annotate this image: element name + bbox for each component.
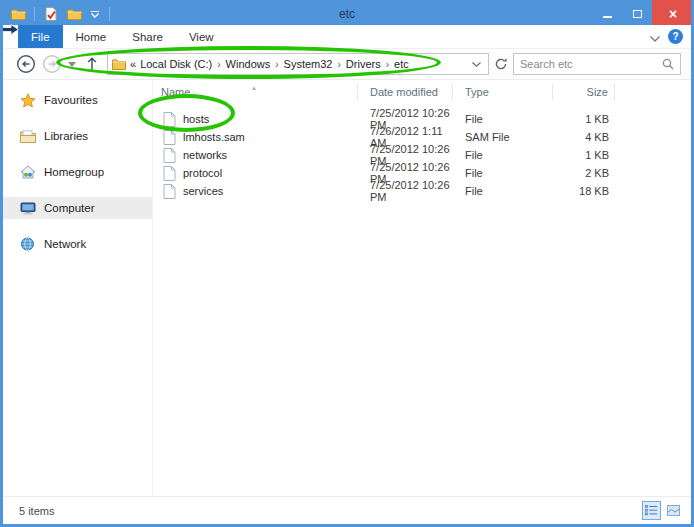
navigation-toolbar: « Local Disk (C:) › Windows › System32 ›… (3, 49, 691, 80)
minimize-icon (603, 16, 612, 18)
large-icons-view-icon (667, 505, 680, 516)
address-folder-icon (112, 58, 126, 70)
sidebar-item-label: Homegroup (44, 166, 104, 178)
file-size: 4 KB (553, 131, 615, 143)
column-header-name[interactable]: Name ▲ (153, 84, 358, 100)
sort-ascending-icon: ▲ (251, 80, 257, 96)
libraries-icon (19, 130, 36, 143)
window-controls: × (592, 0, 694, 28)
mouse-cursor-icon (1, 22, 20, 40)
explorer-icon[interactable] (9, 4, 27, 24)
breadcrumb-segment-system32[interactable]: System32 (284, 58, 333, 70)
sidebar-item-libraries[interactable]: Libraries (3, 125, 152, 147)
forward-button[interactable] (42, 54, 62, 74)
file-type: File (453, 167, 553, 179)
qat-separator (34, 7, 35, 21)
tab-home[interactable]: Home (63, 25, 120, 48)
file-name: protocol (183, 167, 222, 179)
sidebar-item-favourites[interactable]: Favourites (3, 89, 152, 111)
expand-ribbon-chevron-icon[interactable] (650, 28, 660, 46)
sidebar-item-network[interactable]: Network (3, 233, 152, 255)
back-button[interactable] (16, 54, 36, 74)
breadcrumb-collapse[interactable]: « (130, 58, 136, 70)
address-bar[interactable]: « Local Disk (C:) › Windows › System32 ›… (107, 53, 489, 75)
column-header-type[interactable]: Type (453, 84, 553, 100)
file-list-pane: Name ▲ Date modified Type Size hosts 7/2… (153, 81, 691, 496)
file-size: 1 KB (553, 113, 615, 125)
breadcrumb-segment-etc[interactable]: etc (394, 58, 409, 70)
tab-share[interactable]: Share (119, 25, 176, 48)
homegroup-icon (19, 165, 36, 179)
file-type: File (453, 149, 553, 161)
sidebar-item-homegroup[interactable]: Homegroup (3, 161, 152, 183)
file-icon (163, 112, 176, 127)
search-box (513, 53, 681, 75)
file-row-hosts[interactable]: hosts 7/25/2012 10:26 PM File 1 KB (153, 107, 691, 125)
sidebar-item-label: Network (44, 238, 86, 250)
file-row-protocol[interactable]: protocol 7/25/2012 10:26 PM File 2 KB (153, 161, 691, 179)
computer-icon (19, 202, 36, 215)
address-dropdown-chevron-icon[interactable] (466, 54, 486, 74)
file-date: 7/25/2012 10:26 PM (358, 179, 453, 203)
breadcrumb-segment-local-disk[interactable]: Local Disk (C:) (140, 58, 212, 70)
file-row-lmhosts[interactable]: lmhosts.sam 7/26/2012 1:11 AM SAM File 4… (153, 125, 691, 143)
tab-file[interactable]: File (18, 25, 63, 48)
file-icon (163, 184, 176, 199)
breadcrumb-segment-drivers[interactable]: Drivers (346, 58, 381, 70)
file-icon (163, 166, 176, 181)
tab-view[interactable]: View (176, 25, 227, 48)
sidebar-item-label: Computer (44, 202, 95, 214)
title-bar: etc × (0, 0, 694, 28)
file-icon (163, 130, 176, 145)
file-type: SAM File (453, 131, 553, 143)
sidebar-item-label: Favourites (44, 94, 98, 106)
file-name: services (183, 185, 223, 197)
minimize-button[interactable] (592, 0, 622, 28)
explorer-window: etc × File Home Share View ? (0, 0, 694, 527)
maximize-icon (633, 10, 642, 18)
close-button[interactable]: × (652, 0, 694, 28)
sidebar-item-computer[interactable]: Computer (3, 197, 152, 219)
ribbon-tabstrip: File Home Share View ? (3, 25, 691, 49)
new-folder-icon[interactable] (65, 4, 83, 24)
file-row-networks[interactable]: networks 7/25/2012 10:26 PM File 1 KB (153, 143, 691, 161)
main-area: Favourites Libraries Homegroup Computer (3, 81, 691, 496)
refresh-button[interactable] (489, 53, 513, 75)
large-icons-view-button[interactable] (664, 501, 683, 520)
properties-icon[interactable] (42, 4, 60, 24)
file-rows: hosts 7/25/2012 10:26 PM File 1 KB lmhos… (153, 107, 691, 197)
file-size: 18 KB (553, 185, 615, 197)
maximize-button[interactable] (622, 0, 652, 28)
search-input[interactable] (520, 58, 662, 70)
file-size: 2 KB (553, 167, 615, 179)
breadcrumb-segment-windows[interactable]: Windows (226, 58, 271, 70)
file-type: File (453, 185, 553, 197)
file-name: lmhosts.sam (183, 131, 245, 143)
qat-separator (109, 7, 110, 21)
breadcrumb-separator-icon: › (385, 59, 390, 70)
breadcrumb-separator-icon: › (216, 59, 221, 70)
search-icon[interactable] (662, 58, 674, 70)
item-count: 5 items (19, 505, 54, 517)
file-name: hosts (183, 113, 209, 125)
file-name: networks (183, 149, 227, 161)
details-view-icon (645, 505, 658, 516)
sidebar-item-label: Libraries (44, 130, 88, 142)
network-icon (19, 237, 36, 251)
up-button[interactable] (85, 56, 99, 72)
breadcrumb-separator-icon: › (274, 59, 279, 70)
file-row-services[interactable]: services 7/25/2012 10:26 PM File 18 KB (153, 179, 691, 197)
status-bar: 5 items (3, 496, 691, 524)
column-header-size[interactable]: Size (553, 84, 615, 100)
help-button[interactable]: ? (668, 29, 683, 44)
view-toggle-buttons (642, 501, 683, 520)
star-icon (19, 93, 36, 108)
recent-locations-chevron-icon[interactable] (68, 62, 76, 67)
file-type: File (453, 113, 553, 125)
details-view-button[interactable] (642, 501, 661, 520)
customize-qat-chevron-icon[interactable] (88, 4, 102, 24)
file-icon (163, 148, 176, 163)
column-header-date-modified[interactable]: Date modified (358, 84, 453, 100)
file-size: 1 KB (553, 149, 615, 161)
breadcrumb: « Local Disk (C:) › Windows › System32 ›… (126, 58, 466, 70)
